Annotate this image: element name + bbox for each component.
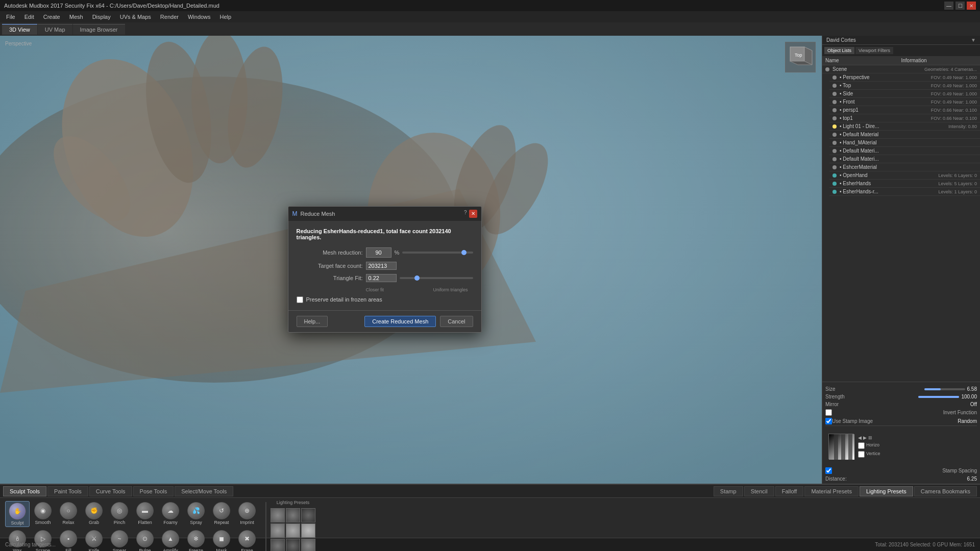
tree-row-persp1[interactable]: • persp1 FOV: 0.66 Near: 0.100 [829, 106, 980, 114]
menu-edit[interactable]: Edit [20, 13, 38, 21]
lighting-preset-7[interactable] [271, 539, 285, 551]
dialog-help-icon[interactable]: ? [464, 210, 467, 218]
stamp-prev-icon[interactable]: ◀ [858, 435, 862, 440]
bulge-tool-button[interactable]: ⊙ Bulge [133, 529, 157, 551]
menu-help[interactable]: Help [216, 13, 236, 21]
tree-row-top1[interactable]: • top1 FOV: 0.66 Near: 0.100 [829, 114, 980, 122]
relax-tool-button[interactable]: ○ Relax [56, 501, 81, 527]
tree-row-light01[interactable]: • Light 01 - Dire... Intensity: 0.80 [829, 122, 980, 131]
sculpt-tool-button[interactable]: ✋ Sculpt [5, 501, 30, 527]
lighting-preset-4[interactable] [271, 523, 285, 538]
tab-uv-map[interactable]: UV Map [38, 24, 72, 35]
scene-tree[interactable]: Scene Geometries: 4 Cameras... • Perspec… [822, 65, 980, 382]
tree-row-perspective[interactable]: • Perspective FOV: 0.49 Near: 1.000 [829, 73, 980, 82]
lighting-preset-8[interactable] [286, 539, 300, 551]
mesh-reduction-slider[interactable] [402, 252, 473, 254]
maximize-button[interactable]: ☐ [955, 2, 965, 10]
scrape-label: Scrape [36, 548, 51, 551]
tree-row-front[interactable]: • Front FOV: 0.49 Near: 1.000 [829, 98, 980, 106]
horiz-checkbox[interactable] [858, 442, 865, 449]
tree-row-default-mat2[interactable]: • Default Materi... [829, 147, 980, 155]
close-button[interactable]: ✕ [967, 2, 976, 10]
size-label: Size [825, 386, 835, 392]
panel-tab-object-lists[interactable]: Object Lists [824, 47, 854, 54]
tree-row-esherhands-r[interactable]: • EsherHands-r... Levels: 1 Layers: 0 [829, 188, 980, 196]
tree-row-esherhands[interactable]: • EsherHands Levels: 5 Layers: 0 [829, 180, 980, 188]
imprint-label: Imprint [240, 520, 254, 525]
tab-3d-view[interactable]: 3D View [2, 24, 37, 35]
vert-checkbox[interactable] [858, 451, 865, 458]
create-reduced-mesh-button[interactable]: Create Reduced Mesh [364, 316, 436, 327]
lighting-preset-1[interactable] [271, 508, 285, 522]
menu-file[interactable]: File [2, 13, 19, 21]
panel-toggle[interactable]: ▼ [971, 37, 976, 43]
mask-tool-button[interactable]: ◼ Mask [209, 529, 234, 551]
knife-tool-button[interactable]: ⚔ Knife [82, 529, 106, 551]
foamy-tool-button[interactable]: ☁ Foamy [158, 501, 183, 527]
mesh-reduction-input[interactable]: 90 [366, 247, 391, 258]
panel-tab-viewport-filters[interactable]: Viewport Filters [855, 47, 893, 54]
smear-tool-button[interactable]: ~ Smear [107, 529, 132, 551]
flatten-tool-button[interactable]: ▬ Flatten [133, 501, 157, 527]
tree-row-default-mat3[interactable]: • Default Materi... [829, 155, 980, 163]
spray-tool-button[interactable]: 💦 Spray [184, 501, 208, 527]
imprint-tool-button[interactable]: ⊕ Imprint [235, 501, 259, 527]
menu-windows[interactable]: Windows [184, 13, 215, 21]
tree-row-openhand[interactable]: • OpenHand Levels: 6 Layers: 0 [829, 171, 980, 180]
menu-display[interactable]: Display [88, 13, 115, 21]
help-button[interactable]: Help... [297, 316, 328, 327]
tool-tab-curve[interactable]: Curve Tools [89, 486, 132, 496]
tree-row-default-mat[interactable]: • Default Material [829, 131, 980, 139]
tab-image-browser[interactable]: Image Browser [73, 24, 125, 35]
freeze-tool-button[interactable]: ❄ Freeze [184, 529, 208, 551]
stamp-spacing-checkbox[interactable] [825, 467, 832, 474]
tool-tab-select[interactable]: Select/Move Tools [175, 486, 233, 496]
bottom-tab-stencil[interactable]: Stencil [744, 486, 774, 496]
tree-row-hand-mat[interactable]: • Hand_MAterial [829, 139, 980, 147]
stamp-next-icon[interactable]: ▶ [863, 435, 867, 440]
viewport-3d[interactable]: Top Perspective M Reduce Mesh ? ✕ [0, 36, 822, 484]
lighting-preset-5[interactable] [286, 523, 300, 538]
tree-row-top[interactable]: • Top FOV: 0.49 Near: 1.000 [829, 82, 980, 90]
bottom-tab-lighting-presets[interactable]: Lighting Presets [860, 486, 913, 496]
menu-create[interactable]: Create [39, 13, 64, 21]
scrape-tool-button[interactable]: ▷ Scrape [31, 529, 55, 551]
bottom-tab-falloff[interactable]: Falloff [775, 486, 804, 496]
grab-tool-button[interactable]: ✊ Grab [82, 501, 106, 527]
erase-tool-button[interactable]: ✖ Erase [235, 529, 259, 551]
dialog-close-button[interactable]: ✕ [469, 210, 477, 218]
lighting-preset-2[interactable] [286, 508, 300, 522]
triangle-fit-slider[interactable] [400, 277, 473, 279]
bottom-tab-material-presets[interactable]: Material Presets [804, 486, 858, 496]
user-area: David Cortes ▼ [822, 36, 980, 45]
stamp-thumbnail[interactable] [828, 434, 854, 459]
bottom-tab-stamp[interactable]: Stamp [714, 486, 743, 496]
cancel-button[interactable]: Cancel [440, 316, 473, 327]
invert-checkbox[interactable] [825, 409, 832, 416]
use-stamp-checkbox[interactable] [825, 418, 832, 424]
menu-uvs[interactable]: UVs & Maps [116, 13, 155, 21]
esherhands-r-info: Levels: 1 Layers: 0 [938, 189, 977, 194]
preserve-checkbox[interactable] [297, 296, 303, 303]
minimize-button[interactable]: — [944, 2, 953, 10]
tool-tab-pose[interactable]: Pose Tools [133, 486, 174, 496]
amplify-tool-button[interactable]: ▲ Amplify [158, 529, 183, 551]
menu-render[interactable]: Render [156, 13, 183, 21]
repeat-tool-button[interactable]: ↺ Repeat [209, 501, 234, 527]
lighting-preset-9[interactable] [301, 539, 315, 551]
fill-tool-button[interactable]: ▪ Fill [56, 529, 81, 551]
smooth-tool-button[interactable]: ◉ Smooth [31, 501, 55, 527]
tree-row-eshcer-mat[interactable]: • EshcerMaterial [829, 163, 980, 171]
tree-row-side[interactable]: • Side FOV: 0.49 Near: 1.000 [829, 90, 980, 98]
tree-row-scene[interactable]: Scene Geometries: 4 Cameras... [822, 65, 980, 73]
lighting-preset-6[interactable] [301, 523, 315, 538]
bottom-tab-camera-bookmarks[interactable]: Camera Bookmarks [914, 486, 977, 496]
reduce-mesh-dialog[interactable]: M Reduce Mesh ? ✕ Reducing EsherHands-re… [288, 206, 482, 333]
tool-tab-paint[interactable]: Paint Tools [47, 486, 88, 496]
menu-mesh[interactable]: Mesh [65, 13, 87, 21]
pinch-tool-button[interactable]: ◎ Pinch [107, 501, 132, 527]
stamp-grid-icon[interactable]: ⊞ [868, 435, 872, 440]
wax-tool-button[interactable]: 🕯 Wax [5, 529, 30, 551]
lighting-preset-3[interactable] [301, 508, 315, 522]
tool-tab-sculpt[interactable]: Sculpt Tools [3, 486, 46, 496]
